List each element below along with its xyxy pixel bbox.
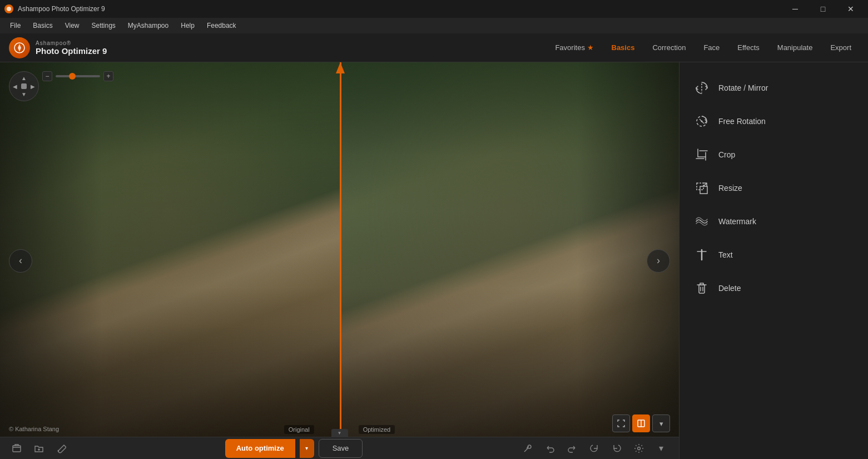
undo-button[interactable] xyxy=(541,440,559,457)
view-controls: ▾ xyxy=(612,414,670,432)
panel-item-crop[interactable]: Crop xyxy=(679,138,868,171)
watermark-icon xyxy=(693,213,711,230)
view-dropdown-button[interactable]: ▾ xyxy=(652,414,670,432)
panel-item-free-rotation[interactable]: Free Rotation xyxy=(679,105,868,138)
label-original: Original xyxy=(284,425,314,434)
panel-label-resize: Resize xyxy=(718,184,742,193)
panel-label-free-rotation: Free Rotation xyxy=(718,117,766,126)
minimize-button[interactable]: ─ xyxy=(782,0,808,18)
save-button[interactable]: Save xyxy=(319,439,363,458)
menu-file[interactable]: File xyxy=(4,19,26,32)
zoom-control: − + xyxy=(42,71,113,81)
pan-left-icon: ◀ xyxy=(13,83,17,90)
titlebar-title: Ashampoo Photo Optimizer 9 xyxy=(18,5,105,13)
panel-item-rotate-mirror[interactable]: Rotate / Mirror xyxy=(679,71,868,105)
panel-collapse-button[interactable]: ▼ xyxy=(331,429,348,437)
panel-item-resize[interactable]: Resize xyxy=(679,171,868,205)
nav-effects[interactable]: Effects xyxy=(730,40,767,55)
label-optimized: Optimized xyxy=(359,425,395,434)
rotate-cw-button[interactable] xyxy=(586,440,603,457)
split-view-button[interactable] xyxy=(632,414,650,432)
panel-item-watermark[interactable]: Watermark xyxy=(679,205,868,238)
nav-favorites[interactable]: Favorites ★ xyxy=(547,40,601,55)
image-area: Original Optimized © Katharina Stang ▲ ▼… xyxy=(0,62,679,459)
menubar: File Basics View Settings MyAshampoo Hel… xyxy=(0,18,868,33)
bottombar: Auto optimize ▾ Save xyxy=(0,437,679,459)
photo-optimized xyxy=(340,62,679,437)
titlebar-left: Ashampoo Photo Optimizer 9 xyxy=(4,4,105,13)
pan-right-icon: ▶ xyxy=(31,83,35,90)
menu-basics[interactable]: Basics xyxy=(27,19,58,32)
svg-point-0 xyxy=(7,7,11,11)
panel-label-text: Text xyxy=(718,250,733,259)
open-file-button[interactable] xyxy=(9,441,24,456)
more-button[interactable]: ▾ xyxy=(652,440,670,457)
open-folder-button[interactable] xyxy=(31,441,47,456)
delete-icon xyxy=(693,279,711,297)
free-rotation-icon xyxy=(693,112,711,130)
zoom-slider[interactable] xyxy=(56,75,100,77)
pan-control[interactable]: ▲ ▼ ◀ ▶ xyxy=(9,71,39,101)
zoom-out-button[interactable]: − xyxy=(42,71,52,81)
panel-label-rotate-mirror: Rotate / Mirror xyxy=(718,83,768,92)
auto-optimize-dropdown-button[interactable]: ▾ xyxy=(300,439,314,458)
menu-help[interactable]: Help xyxy=(175,19,200,32)
logo-text: Ashampoo® Photo Optimizer 9 xyxy=(36,40,107,56)
brush-tool-button[interactable] xyxy=(53,441,69,456)
svg-point-13 xyxy=(701,121,703,122)
logo-brand: Ashampoo® xyxy=(36,40,107,46)
copyright-label: © Katharina Stang xyxy=(9,426,59,432)
titlebar: Ashampoo Photo Optimizer 9 ─ □ ✕ xyxy=(0,0,868,18)
zoom-thumb xyxy=(69,73,76,80)
right-panel: Rotate / Mirror Free Rotation xyxy=(679,62,868,459)
svg-rect-4 xyxy=(13,446,21,452)
topnav: Ashampoo® Photo Optimizer 9 Favorites ★ … xyxy=(0,33,868,62)
titlebar-controls: ─ □ ✕ xyxy=(782,0,864,18)
split-divider[interactable] xyxy=(340,62,341,437)
photo-vignette-left xyxy=(0,62,340,437)
nav-links: Favorites ★ Basics Correction Face Effec… xyxy=(547,40,859,55)
rotate-ccw-button[interactable] xyxy=(608,440,626,457)
redo-button[interactable] xyxy=(563,440,581,457)
close-button[interactable]: ✕ xyxy=(838,0,864,18)
menu-myashampoo[interactable]: MyAshampoo xyxy=(122,19,174,32)
nav-manipulate[interactable]: Manipulate xyxy=(770,40,821,55)
rotate-mirror-icon xyxy=(693,79,711,97)
menu-view[interactable]: View xyxy=(59,19,85,32)
bottom-left-tools xyxy=(9,441,69,456)
app-icon xyxy=(4,4,13,13)
logo-area: Ashampoo® Photo Optimizer 9 xyxy=(9,37,107,58)
panel-item-text[interactable]: Text xyxy=(679,238,868,272)
pan-down-icon: ▼ xyxy=(21,91,27,97)
next-photo-button[interactable]: › xyxy=(647,249,670,273)
panel-item-delete[interactable]: Delete xyxy=(679,272,868,305)
star-icon: ★ xyxy=(587,43,594,52)
main-area: Original Optimized © Katharina Stang ▲ ▼… xyxy=(0,62,868,459)
logo-product: Photo Optimizer 9 xyxy=(36,46,107,56)
panel-label-delete: Delete xyxy=(718,284,741,293)
nav-face[interactable]: Face xyxy=(696,40,727,55)
maximize-button[interactable]: □ xyxy=(810,0,836,18)
settings-button[interactable] xyxy=(630,440,648,457)
auto-optimize-button[interactable]: Auto optimize xyxy=(225,439,295,458)
logo-icon xyxy=(9,37,30,58)
prev-photo-button[interactable]: ‹ xyxy=(9,249,32,273)
svg-rect-15 xyxy=(700,186,707,194)
nav-export[interactable]: Export xyxy=(822,40,859,55)
wrench-button[interactable] xyxy=(519,440,537,457)
bottom-center-controls: Auto optimize ▾ Save xyxy=(225,439,363,458)
nav-correction[interactable]: Correction xyxy=(644,40,693,55)
svg-point-9 xyxy=(637,447,640,450)
text-icon xyxy=(693,246,711,264)
menu-settings[interactable]: Settings xyxy=(86,19,121,32)
pan-center xyxy=(21,83,27,89)
nav-basics[interactable]: Basics xyxy=(604,40,643,55)
panel-label-crop: Crop xyxy=(718,150,735,159)
menu-feedback[interactable]: Feedback xyxy=(201,19,242,32)
zoom-in-button[interactable]: + xyxy=(103,71,113,81)
pan-up-icon: ▲ xyxy=(21,75,27,81)
crop-icon xyxy=(693,146,711,164)
photo-vignette-right xyxy=(340,62,679,437)
fullscreen-button[interactable] xyxy=(612,414,630,432)
panel-label-watermark: Watermark xyxy=(718,217,756,226)
